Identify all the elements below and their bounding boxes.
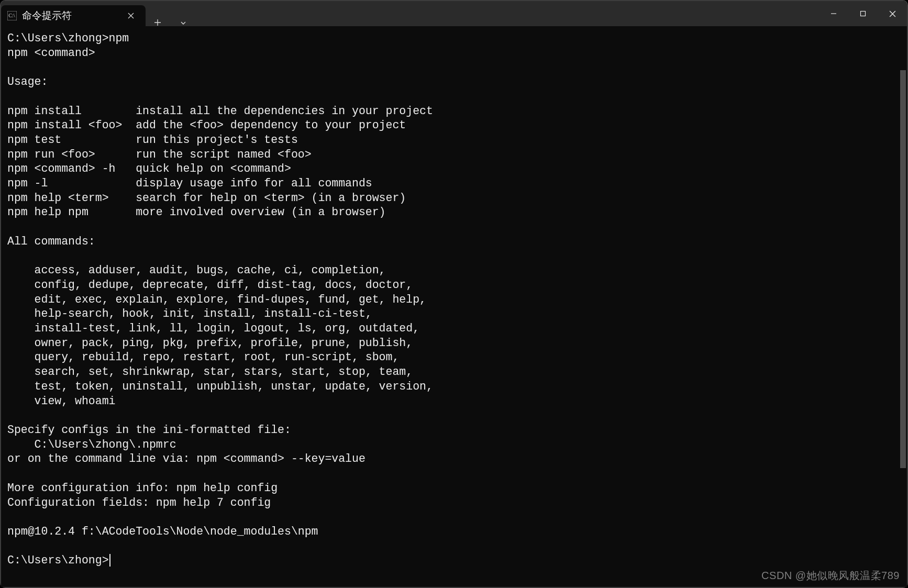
tab-active[interactable]: C:\ 命令提示符: [1, 5, 146, 26]
window: C:\ 命令提示符: [0, 0, 908, 588]
plus-icon: [154, 19, 161, 26]
window-close-button[interactable]: [878, 1, 907, 26]
tab-close-button[interactable]: [124, 8, 138, 23]
terminal-prompt: C:\Users\zhong>: [7, 554, 109, 567]
chevron-down-icon: [180, 20, 186, 26]
window-controls: [819, 1, 907, 26]
text-cursor: [109, 554, 110, 567]
scrollbar-thumb[interactable]: [900, 70, 906, 468]
maximize-icon: [860, 10, 866, 17]
minimize-button[interactable]: [819, 1, 848, 26]
minimize-icon: [831, 10, 837, 17]
tab-dropdown-button[interactable]: [172, 20, 195, 26]
svg-rect-2: [861, 12, 866, 16]
terminal-text: C:\Users\zhong>npm npm <command> Usage: …: [7, 32, 433, 538]
tab-strip: C:\ 命令提示符: [1, 1, 819, 26]
close-icon: [889, 10, 896, 17]
titlebar: C:\ 命令提示符: [1, 1, 907, 26]
tab-title: 命令提示符: [22, 9, 118, 23]
new-tab-button[interactable]: [146, 19, 169, 26]
maximize-button[interactable]: [848, 1, 878, 26]
close-icon: [128, 13, 134, 19]
scrollbar[interactable]: [899, 28, 906, 584]
svg-text:C:\: C:\: [8, 13, 15, 18]
terminal-output[interactable]: C:\Users\zhong>npm npm <command> Usage: …: [1, 26, 907, 587]
cmd-icon: C:\: [7, 11, 17, 20]
